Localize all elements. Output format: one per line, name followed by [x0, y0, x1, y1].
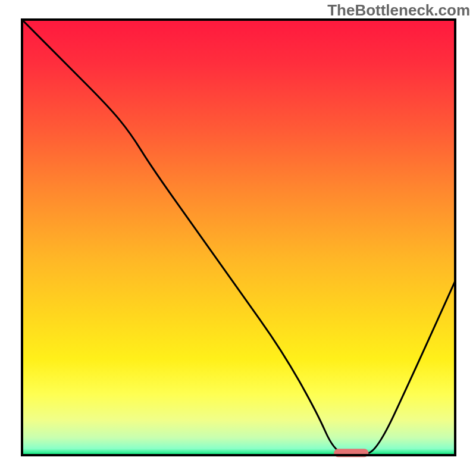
chart-container: TheBottleneck.com [0, 0, 476, 476]
watermark-text: TheBottleneck.com [327, 1, 470, 20]
bottleneck-chart [0, 0, 476, 476]
